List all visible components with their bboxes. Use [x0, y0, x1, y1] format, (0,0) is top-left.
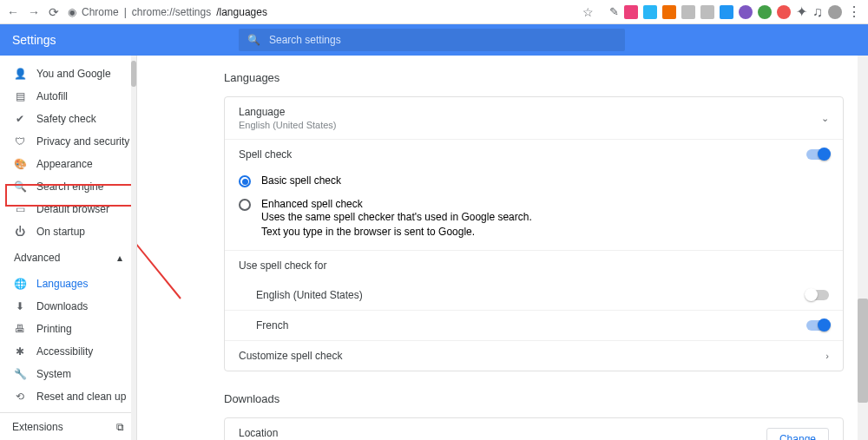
ext-icon[interactable] — [681, 5, 695, 19]
lock-icon: 🛡 — [14, 135, 26, 148]
profile-avatar[interactable] — [828, 5, 842, 19]
appearance-icon: 🎨 — [14, 158, 26, 170]
settings-content: Languages Language English (United State… — [137, 56, 868, 440]
sidebar-item-default-browser[interactable]: ▭Default browser — [0, 198, 136, 220]
address-bar[interactable]: ◉ Chrome | chrome://settings/languages — [68, 6, 574, 18]
reset-icon: ⟲ — [14, 391, 26, 403]
ext-icon[interactable] — [739, 5, 753, 19]
search-icon: 🔍 — [247, 34, 260, 46]
spellcheck-toggle[interactable] — [806, 149, 829, 160]
sidebar-scrollbar-track[interactable] — [131, 56, 136, 440]
ext-icon[interactable] — [662, 5, 676, 19]
forward-icon[interactable]: → — [28, 5, 40, 19]
spellcheck-lang-row: French — [225, 310, 843, 340]
sidebar-item-downloads[interactable]: ⬇Downloads — [0, 295, 136, 318]
a11y-icon: ✱ — [14, 345, 26, 358]
download-icon: ⬇ — [14, 300, 26, 312]
ext-icon[interactable] — [777, 5, 791, 19]
sidebar-item-printing[interactable]: 🖶Printing — [0, 318, 136, 340]
reload-icon[interactable]: ⟳ — [49, 5, 59, 19]
sidebar-item-label: Default browser — [36, 203, 109, 215]
change-location-button[interactable]: Change — [766, 428, 829, 440]
ext-icon[interactable] — [624, 5, 638, 19]
chevron-up-icon: ▴ — [117, 252, 122, 264]
page-scrollbar-thumb[interactable] — [858, 299, 868, 403]
enhanced-spellcheck-label: Enhanced spell check — [261, 198, 363, 210]
sidebar-item-privacy[interactable]: 🛡Privacy and security — [0, 130, 136, 153]
sidebar-item-label: On startup — [36, 226, 85, 238]
customize-label: Customize spell check — [239, 350, 342, 362]
person-icon: 👤 — [14, 68, 26, 80]
ext-icon[interactable] — [720, 5, 733, 19]
sidebar-item-safety-check[interactable]: ✔Safety check — [0, 108, 136, 130]
spellcheck-lang-name: English (United States) — [256, 289, 363, 301]
sidebar-item-label: Search engine — [36, 181, 103, 193]
ext-icon[interactable] — [700, 5, 714, 19]
sidebar-item-languages[interactable]: 🌐Languages — [0, 273, 136, 295]
chevron-down-icon: ⌄ — [821, 113, 829, 124]
external-link-icon: ⧉ — [116, 421, 124, 433]
power-icon: ⏻ — [14, 226, 26, 238]
sidebar-item-label: Autofill — [36, 90, 68, 102]
sidebar-item-label: Downloads — [36, 300, 88, 312]
spellcheck-row: Spell check — [225, 139, 843, 169]
extension-icons: ✎ ✦ ♫ ⋮ — [609, 3, 861, 20]
sidebar-item-label: Safety check — [36, 113, 96, 125]
sidebar-item-autofill[interactable]: ▤Autofill — [0, 85, 136, 108]
sidebar-item-system[interactable]: 🔧System — [0, 363, 136, 385]
sidebar-item-reset[interactable]: ⟲Reset and clean up — [0, 385, 136, 408]
languages-card: Language English (United States) ⌄ Spell… — [224, 96, 844, 371]
extensions-puzzle-icon[interactable]: ✦ — [796, 3, 807, 20]
basic-spellcheck-option[interactable]: Basic spell check — [225, 169, 843, 193]
spellcheck-lang-toggle[interactable] — [806, 290, 829, 300]
wrench-icon: 🔧 — [14, 368, 26, 380]
sidebar-item-on-startup[interactable]: ⏻On startup — [0, 220, 136, 243]
downloads-section-title: Downloads — [224, 392, 844, 405]
sidebar-item-label: Reset and clean up — [36, 391, 126, 403]
sidebar-item-label: Printing — [36, 323, 72, 335]
back-icon[interactable]: ← — [7, 5, 19, 19]
kebab-menu-icon[interactable]: ⋮ — [847, 3, 861, 20]
settings-header: Settings 🔍 Search settings — [0, 24, 868, 56]
sidebar-extensions-link[interactable]: Extensions ⧉ — [0, 412, 136, 440]
use-spellcheck-for-header: Use spell check for — [225, 250, 843, 280]
sidebar-scrollbar-thumb[interactable] — [131, 61, 136, 87]
ext-pen-icon[interactable]: ✎ — [609, 5, 619, 18]
sidebar-item-you-and-google[interactable]: 👤You and Google — [0, 62, 136, 85]
sidebar-item-label: You and Google — [36, 68, 111, 80]
print-icon: 🖶 — [14, 323, 26, 335]
ext-icon[interactable] — [758, 5, 772, 19]
language-row[interactable]: Language English (United States) ⌄ — [225, 97, 843, 139]
url-prefix: chrome://settings — [132, 6, 211, 18]
ext-icon[interactable] — [643, 5, 657, 19]
bookmark-star-icon[interactable]: ☆ — [582, 5, 594, 19]
enhanced-spellcheck-desc: Uses the same spell checker that's used … — [261, 210, 548, 240]
sidebar-item-search-engine[interactable]: 🔍Search engine — [0, 175, 136, 198]
settings-title: Settings — [0, 33, 239, 47]
svg-line-0 — [137, 160, 181, 299]
sidebar-item-appearance[interactable]: 🎨Appearance — [0, 153, 136, 175]
globe-icon: 🌐 — [14, 278, 26, 290]
sidebar-item-label: Appearance — [36, 158, 93, 170]
sidebar-item-label: System — [36, 368, 71, 380]
browser-toolbar: ← → ⟳ ◉ Chrome | chrome://settings/langu… — [0, 0, 868, 24]
advanced-toggle[interactable]: Advanced ▴ — [0, 243, 136, 273]
language-label: Language — [239, 106, 337, 118]
search-icon: 🔍 — [14, 181, 26, 193]
languages-section-title: Languages — [224, 71, 844, 84]
downloads-card: Location C:\Users\Bezbouz\Downloads Chan… — [224, 417, 844, 440]
annotation-arrow — [137, 151, 198, 307]
search-settings-input[interactable]: 🔍 Search settings — [239, 29, 625, 51]
sidebar-item-accessibility[interactable]: ✱Accessibility — [0, 340, 136, 363]
customize-spellcheck-row[interactable]: Customize spell check › — [225, 340, 843, 371]
site-info-icon[interactable]: ◉ — [68, 6, 76, 18]
browser-icon: ▭ — [14, 203, 26, 215]
media-icon[interactable]: ♫ — [812, 4, 823, 20]
advanced-label: Advanced — [14, 252, 60, 264]
url-host: Chrome — [82, 6, 119, 18]
url-path: /languages — [216, 6, 267, 18]
enhanced-spellcheck-option[interactable]: Enhanced spell check Uses the same spell… — [225, 193, 843, 250]
spellcheck-lang-toggle[interactable] — [806, 320, 829, 331]
basic-spellcheck-label: Basic spell check — [261, 174, 341, 187]
spellcheck-label: Spell check — [239, 148, 292, 161]
